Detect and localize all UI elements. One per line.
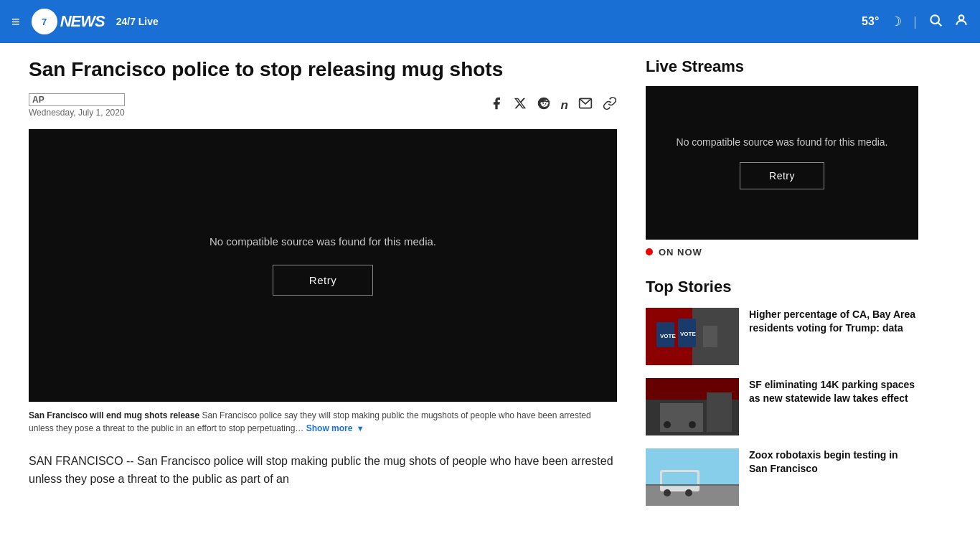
show-more-link[interactable]: Show more ▼ [306, 423, 364, 433]
header-right: 53° ☽ | [862, 13, 969, 31]
search-icon[interactable] [928, 13, 943, 31]
story-headline-1[interactable]: Higher percentage of CA, Bay Area reside… [749, 309, 915, 334]
on-now-text: ON NOW [659, 247, 702, 258]
sidebar-video-player: No compatible source was found for this … [646, 86, 918, 240]
live-badge[interactable]: 24/7 Live [116, 16, 159, 27]
caption-bold-text: San Francisco will end mug shots release [29, 410, 199, 420]
svg-rect-16 [707, 392, 732, 432]
svg-text:VOTE: VOTE [660, 333, 676, 339]
email-icon[interactable] [578, 96, 593, 114]
main-content: San Francisco police to stop releasing m… [29, 57, 617, 519]
story-headline-3[interactable]: Zoox robotaxis begin testing in San Fran… [749, 449, 898, 475]
header-left: ≡ 7 NEWS 24/7 Live [11, 9, 159, 34]
logo-text: NEWS [60, 12, 105, 31]
live-streams-title: Live Streams [646, 57, 918, 76]
story-thumbnail-2 [646, 378, 739, 435]
facebook-icon[interactable] [489, 96, 504, 114]
article-body-text: SAN FRANCISCO -- San Francisco police wi… [29, 452, 617, 489]
video-caption: San Francisco will end mug shots release… [29, 409, 617, 435]
svg-point-17 [664, 421, 671, 428]
story-text-3: Zoox robotaxis begin testing in San Fran… [749, 448, 918, 476]
story-text-1: Higher percentage of CA, Bay Area reside… [749, 308, 918, 336]
svg-point-2 [959, 15, 964, 20]
logo-area: 7 NEWS [32, 9, 105, 34]
on-now-row: ON NOW [646, 247, 918, 258]
twitter-x-icon[interactable] [514, 97, 527, 113]
svg-point-18 [689, 421, 696, 428]
article-title: San Francisco police to stop releasing m… [29, 57, 617, 82]
share-icons: n [489, 96, 617, 114]
story-thumbnail-1: VOTE VOTE [646, 308, 739, 365]
main-video-retry-button[interactable]: Retry [273, 265, 373, 296]
svg-point-23 [664, 489, 671, 496]
story-item[interactable]: Zoox robotaxis begin testing in San Fran… [646, 448, 918, 506]
svg-line-1 [938, 22, 942, 26]
main-header: ≡ 7 NEWS 24/7 Live 53° ☽ | [0, 0, 980, 43]
logo-number: 7 [42, 17, 47, 27]
top-stories-title: Top Stories [646, 278, 918, 296]
article-body: SAN FRANCISCO -- San Francisco police wi… [29, 452, 617, 489]
hamburger-icon[interactable]: ≡ [11, 14, 20, 30]
meta-left: AP Wednesday, July 1, 2020 [29, 93, 125, 118]
on-now-dot [646, 248, 653, 255]
story-item[interactable]: VOTE VOTE Higher percentage of CA, Bay A… [646, 308, 918, 365]
svg-rect-12 [703, 326, 717, 347]
temperature-display: 53° [862, 15, 879, 28]
story-thumbnail-3 [646, 448, 739, 506]
user-icon[interactable] [954, 13, 969, 31]
story-headline-2[interactable]: SF eliminating 14K parking spaces as new… [749, 379, 915, 405]
link-icon[interactable] [603, 96, 617, 114]
logo-circle: 7 [32, 9, 57, 34]
story-item[interactable]: SF eliminating 14K parking spaces as new… [646, 378, 918, 435]
source-badge: AP [29, 93, 125, 106]
header-divider: | [913, 14, 917, 29]
newsbreak-icon[interactable]: n [561, 98, 568, 113]
chevron-down-icon: ▼ [357, 424, 364, 433]
sidebar-video-error-text: No compatible source was found for this … [677, 136, 888, 148]
article-meta: AP Wednesday, July 1, 2020 n [29, 93, 617, 118]
reddit-icon[interactable] [537, 96, 551, 114]
svg-point-0 [930, 15, 939, 24]
moon-icon: ☽ [890, 14, 902, 29]
sidebar: Live Streams No compatible source was fo… [646, 57, 918, 519]
svg-text:VOTE: VOTE [680, 331, 696, 337]
article-date: Wednesday, July 1, 2020 [29, 108, 125, 118]
main-video-player: No compatible source was found for this … [29, 129, 617, 402]
main-video-error-text: No compatible source was found for this … [209, 235, 436, 248]
story-text-2: SF eliminating 14K parking spaces as new… [749, 378, 918, 406]
sidebar-video-retry-button[interactable]: Retry [740, 162, 824, 189]
svg-point-24 [685, 489, 692, 496]
page-container: San Francisco police to stop releasing m… [0, 43, 980, 533]
svg-rect-25 [646, 484, 739, 486]
